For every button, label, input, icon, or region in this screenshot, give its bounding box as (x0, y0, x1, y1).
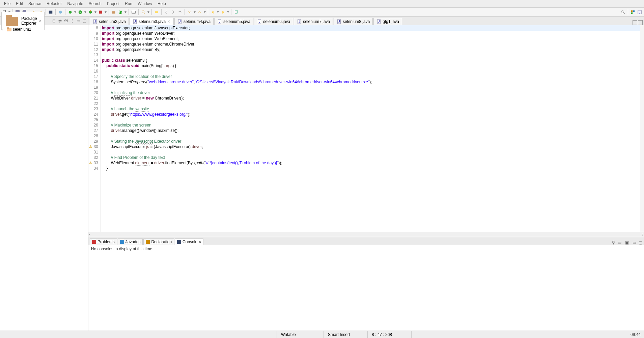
minimize-panel-icon[interactable]: ▭ (632, 240, 637, 245)
close-icon[interactable]: × (38, 19, 42, 23)
editor-tabs: Jselenium2.javaJselenium3.java×Jselenium… (88, 17, 644, 25)
editor-tab[interactable]: Jselenium6.java (254, 18, 293, 25)
menu-file[interactable]: File (1, 1, 13, 7)
bottom-tabs: ProblemsJavadocDeclarationConsole× ⚲ ▭ ▣… (88, 237, 644, 245)
java-perspective-icon[interactable]: J (637, 9, 642, 15)
workbench: Package Explorer × ⊟ ⇄ ⦿ ⋮ ▭ ▢ › seleniu… (0, 17, 644, 331)
skip-breakpoints-icon[interactable] (58, 9, 63, 15)
expand-icon[interactable]: › (2, 28, 5, 31)
coverage-dropdown[interactable] (94, 9, 97, 15)
editor-tab[interactable]: Jselenium7.java (294, 18, 333, 25)
terminal-icon[interactable] (48, 9, 53, 15)
menu-run[interactable]: Run (122, 1, 135, 7)
prev-annotation-dropdown[interactable] (203, 9, 206, 15)
next-annotation-icon[interactable] (187, 9, 192, 15)
editor-tab[interactable]: Jselenium3.java× (130, 18, 174, 25)
java-file-icon: J (93, 19, 97, 24)
toggle-highlight-icon[interactable] (154, 9, 159, 15)
coverage-icon[interactable] (88, 9, 93, 15)
debug-icon[interactable] (67, 9, 73, 15)
open-perspective-icon[interactable] (630, 9, 636, 15)
editor-tab[interactable]: Jselenium8.java (334, 18, 373, 25)
java-file-icon: J (297, 19, 302, 24)
collapse-all-icon[interactable]: ⊟ (52, 19, 56, 23)
menu-source[interactable]: Source (26, 1, 44, 7)
svg-text:J: J (639, 10, 640, 14)
back-dropdown[interactable] (217, 9, 219, 15)
code-content[interactable]: import org.openqa.selenium.JavascriptExe… (101, 25, 640, 232)
clock: 09:44 (631, 332, 644, 337)
next-annotation-dropdown[interactable] (193, 9, 196, 15)
quick-access-icon[interactable] (620, 9, 626, 15)
maximize-panel-icon[interactable]: ▢ (638, 240, 643, 245)
run-dropdown[interactable] (84, 9, 87, 15)
svg-point-6 (69, 10, 72, 13)
back-icon[interactable] (210, 9, 216, 15)
svg-rect-18 (235, 10, 237, 13)
console-content: No consoles to display at this time. (88, 245, 644, 331)
tab-label: selenium6.java (263, 19, 290, 24)
code-editor[interactable]: 8910111213141516171819202122232425262728… (88, 25, 644, 232)
overview-ruler[interactable] (640, 25, 644, 232)
menu-search[interactable]: Search (86, 1, 104, 7)
menu-edit[interactable]: Edit (13, 1, 26, 7)
editor-tab[interactable]: Jgfg1.java (373, 18, 402, 25)
bottom-tab-console[interactable]: Console× (175, 238, 203, 245)
editor-tab[interactable]: Jselenium4.java (174, 18, 214, 25)
external-tools-icon[interactable] (98, 9, 103, 15)
svg-text:J: J (179, 19, 180, 23)
run-icon[interactable] (78, 9, 83, 15)
tab-label: Console (183, 240, 197, 244)
forward-icon[interactable] (220, 9, 226, 15)
view-menu-icon[interactable]: ⋮ (70, 19, 75, 23)
last-edit-icon[interactable] (177, 9, 183, 15)
horizontal-scrollbar[interactable]: ‹› (88, 232, 644, 237)
close-icon[interactable]: × (199, 240, 201, 244)
link-editor-icon[interactable]: ⇄ (58, 19, 62, 23)
java-file-icon: J (217, 19, 222, 24)
pin-editor-icon[interactable] (233, 9, 239, 15)
menu-navigate[interactable]: Navigate (64, 1, 86, 7)
svg-rect-9 (90, 10, 91, 11)
bottom-tab-problems[interactable]: Problems (90, 238, 117, 245)
svg-rect-49 (177, 240, 181, 244)
menu-project[interactable]: Project (104, 1, 122, 7)
svg-rect-22 (633, 10, 635, 11)
status-bar: Writable Smart Insert 8 : 47 : 268 09:44 (0, 331, 644, 338)
menu-window[interactable]: Window (135, 1, 155, 7)
maximize-icon[interactable]: ▢ (82, 19, 87, 23)
debug-dropdown[interactable] (74, 9, 77, 15)
pin-console-icon[interactable]: ⚲ (611, 240, 616, 245)
package-explorer-view: Package Explorer × ⊟ ⇄ ⦿ ⋮ ▭ ▢ › seleniu… (0, 17, 88, 331)
open-type-icon[interactable] (131, 9, 136, 15)
search-dropdown[interactable] (147, 9, 150, 15)
tab-label: selenium5.java (223, 19, 250, 24)
editor-minimize-icon[interactable] (633, 20, 637, 25)
prev-annotation-icon[interactable] (197, 9, 202, 15)
tree-item[interactable]: › selenium1 (1, 27, 87, 32)
forward-dropdown[interactable] (227, 9, 229, 15)
external-tools-dropdown[interactable] (104, 9, 107, 15)
annotation-prev-icon[interactable] (164, 9, 169, 15)
focus-task-icon[interactable]: ⦿ (64, 19, 68, 23)
bottom-tab-javadoc[interactable]: Javadoc (118, 238, 143, 245)
minimize-icon[interactable]: ▭ (76, 19, 81, 23)
new-class-icon[interactable]: C (118, 9, 123, 15)
svg-text:J: J (338, 19, 340, 23)
search-icon[interactable] (141, 9, 146, 15)
display-console-icon[interactable]: ▭ (617, 240, 622, 245)
annotation-next-icon[interactable] (170, 9, 176, 15)
menu-help[interactable]: Help (155, 1, 169, 7)
editor-maximize-icon[interactable] (638, 20, 643, 25)
line-gutter: 8910111213141516171819202122232425262728… (88, 25, 101, 232)
new-package-icon[interactable] (111, 9, 116, 15)
new-class-dropdown[interactable] (124, 9, 127, 15)
close-icon[interactable]: × (167, 19, 171, 24)
editor-tab[interactable]: Jselenium2.java (90, 18, 129, 25)
menu-refactor[interactable]: Refactor (44, 1, 64, 7)
svg-rect-26 (6, 17, 18, 26)
bottom-tab-declaration[interactable]: Declaration (143, 238, 174, 245)
svg-text:J: J (94, 19, 96, 23)
editor-tab[interactable]: Jselenium5.java (214, 18, 253, 25)
open-console-icon[interactable]: ▣ (624, 240, 629, 245)
